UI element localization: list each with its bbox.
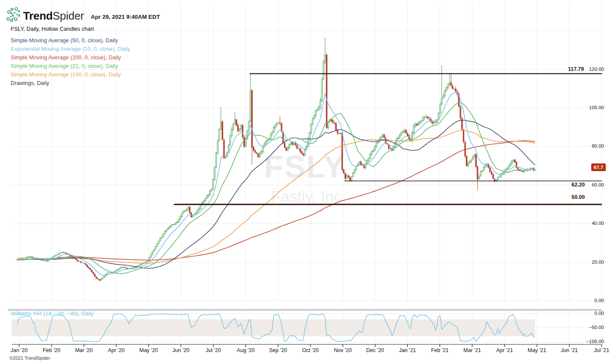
panel-separator[interactable] xyxy=(8,309,601,311)
price-axis-label: 20.00 xyxy=(577,259,604,265)
x-axis-label: Feb '20 xyxy=(37,347,67,353)
wr-axis-label: 0.00 xyxy=(577,311,604,316)
chart-timestamp: Apr 29, 2021 9:40AM EDT xyxy=(91,12,160,20)
x-axis-label: Jun '21 xyxy=(555,347,584,353)
trendspider-logo-icon[interactable] xyxy=(6,7,20,24)
price-axis-label: 60.00 xyxy=(577,182,604,187)
copyright-footer: ©2021 TrendSpider xyxy=(9,355,50,361)
x-axis-label: Feb '21 xyxy=(425,347,455,353)
sma-50-line[interactable] xyxy=(17,120,535,268)
x-axis-label: Oct '20 xyxy=(295,347,325,353)
brand-wordmark[interactable]: TrendSpider xyxy=(23,9,84,23)
wr-axis-label: −100.00 xyxy=(577,339,604,344)
williams-r-legend[interactable]: Williams %R (14, −20, −80), Daily xyxy=(11,310,93,317)
last-price-badge: 67.7 xyxy=(591,163,606,171)
x-axis-label: Jul '21 xyxy=(587,347,616,353)
brand-spider: Spider xyxy=(53,9,84,22)
legend-item-drawings[interactable]: Drawings, Daily xyxy=(11,79,130,87)
x-axis-label: May '20 xyxy=(134,347,163,353)
trendspider-chart-app: FSLY Fastly, Inc. xyxy=(0,0,616,364)
x-axis-label: Sep '20 xyxy=(263,347,293,353)
x-axis-label: May '21 xyxy=(522,347,552,353)
level-label-50-00[interactable]: 50.00 xyxy=(558,194,585,200)
x-axis-label: Mar '20 xyxy=(69,347,99,353)
legend-item-sma200[interactable]: Simple Moving Average (200, 0, close), D… xyxy=(11,53,130,62)
brand-trend: Trend xyxy=(23,9,53,22)
x-axis-label: Jan '21 xyxy=(393,347,423,353)
price-axis-label: 40.00 xyxy=(577,221,604,226)
x-axis-label: Apr '20 xyxy=(101,347,131,353)
chart-title: FSLY, Daily, Hollow Candles chart xyxy=(11,26,94,32)
legend-item-sma100[interactable]: Simple Moving Average (100, 0, close), D… xyxy=(11,70,130,79)
x-axis-label: Nov '20 xyxy=(328,347,358,353)
indicator-legend: Simple Moving Average (50, 0, close), Da… xyxy=(11,36,130,87)
price-axis-label: 120.00 xyxy=(577,67,604,72)
legend-item-ema10[interactable]: Exponential Moving Average (10, 0, close… xyxy=(11,45,130,53)
sma-21-line[interactable] xyxy=(17,103,535,274)
x-axis-label: Jan '20 xyxy=(4,347,34,353)
x-axis xyxy=(12,344,602,347)
legend-item-sma50[interactable]: Simple Moving Average (50, 0, close), Da… xyxy=(11,36,130,45)
sma-200-line[interactable] xyxy=(56,141,535,260)
wr-axis-label: −50.00 xyxy=(577,325,604,330)
x-axis-label: Apr '21 xyxy=(490,347,520,353)
x-axis-label: Jul '20 xyxy=(199,347,228,353)
x-axis-label: Aug '20 xyxy=(231,347,261,353)
ema-10-line[interactable] xyxy=(17,93,535,275)
x-axis-label: Jun '20 xyxy=(166,347,196,353)
price-axis-label: 80.00 xyxy=(577,143,604,149)
legend-item-sma21[interactable]: Simple Moving Average (21, 0, close), Da… xyxy=(11,62,130,70)
header: TrendSpider Apr 29, 2021 9:40AM EDT xyxy=(6,7,160,24)
x-axis-label: Dec '20 xyxy=(360,347,390,353)
price-axis-label: 100.00 xyxy=(577,105,604,110)
x-axis-label: Mar '21 xyxy=(457,347,487,353)
price-axis-label: 0.00 xyxy=(577,298,604,303)
sma-100-line[interactable] xyxy=(17,130,535,263)
